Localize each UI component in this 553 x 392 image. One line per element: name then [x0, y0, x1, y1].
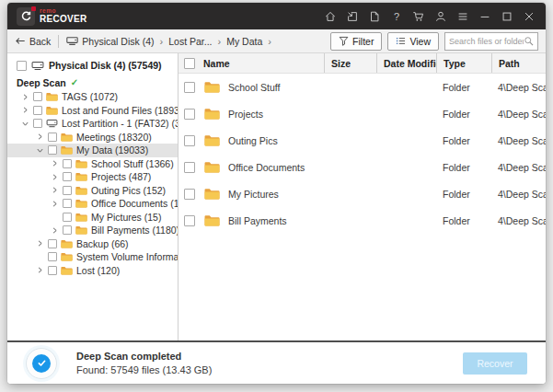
- back-button[interactable]: Back: [15, 36, 51, 47]
- row-checkbox[interactable]: [184, 189, 195, 200]
- recover-button[interactable]: Recover: [463, 352, 527, 375]
- root-checkbox[interactable]: [17, 61, 27, 71]
- tree-item-label: My Pictures (15): [91, 212, 161, 223]
- close-icon[interactable]: [522, 9, 536, 24]
- home-icon[interactable]: [323, 9, 338, 24]
- tree-item-checkbox[interactable]: [63, 199, 72, 208]
- folder-icon: [204, 108, 220, 120]
- chevron-right-icon[interactable]: [20, 106, 29, 115]
- column-header-size[interactable]: Size: [324, 53, 376, 73]
- chevron-right-icon[interactable]: [20, 92, 29, 101]
- drive-icon: [31, 61, 44, 71]
- chevron-right-icon[interactable]: [50, 186, 59, 195]
- deep-scan-label: Deep Scan: [17, 77, 66, 88]
- view-button[interactable]: View: [387, 32, 439, 51]
- file-list-row[interactable]: My PicturesFolder4\Deep Scan\: [179, 180, 546, 207]
- file-list-row[interactable]: ProjectsFolder4\Deep Scan\: [179, 100, 546, 127]
- account-icon[interactable]: [433, 9, 448, 24]
- save-session-icon[interactable]: [367, 9, 382, 24]
- minimize-icon[interactable]: [478, 9, 492, 24]
- select-all-checkbox[interactable]: [184, 58, 195, 69]
- column-header-date-modified[interactable]: Date Modified: [376, 53, 436, 73]
- tree-item-checkbox[interactable]: [63, 159, 72, 168]
- breadcrumb-item[interactable]: Physical Disk (4): [66, 36, 154, 47]
- tree-item-checkbox[interactable]: [33, 92, 42, 101]
- tree-item[interactable]: Lost Partition - 1 (FAT32) (37541): [7, 117, 178, 131]
- tree-item[interactable]: Lost (120): [7, 264, 178, 278]
- row-checkbox[interactable]: [184, 82, 195, 93]
- row-checkbox[interactable]: [184, 162, 195, 173]
- tree-item-checkbox[interactable]: [33, 106, 42, 115]
- file-list-row[interactable]: Bill PaymentsFolder4\Deep Scan\: [179, 207, 546, 234]
- restore-session-icon[interactable]: [345, 9, 360, 24]
- column-header-name[interactable]: Name: [179, 53, 324, 73]
- tree-item-checkbox[interactable]: [33, 119, 42, 128]
- tree-item[interactable]: My Data (19033): [7, 144, 178, 157]
- breadcrumb-item-label: Lost Par...: [168, 36, 212, 47]
- file-list-row[interactable]: School StuffFolder4\Deep Scan\: [179, 74, 546, 100]
- tree-item-checkbox[interactable]: [48, 266, 57, 275]
- scan-tree-panel: Physical Disk (4) (57549) Deep Scan ✓ TA…: [7, 53, 179, 340]
- tree-item-checkbox[interactable]: [48, 239, 57, 248]
- file-name: My Pictures: [228, 189, 279, 200]
- search-icon[interactable]: [524, 36, 534, 46]
- chevron-right-icon[interactable]: [35, 133, 44, 142]
- chevron-right-icon[interactable]: [35, 239, 44, 248]
- tree-item[interactable]: My Pictures (15): [7, 211, 178, 225]
- chevron-down-icon[interactable]: [20, 119, 29, 128]
- titlebar: remo RECOVER ?: [7, 3, 546, 29]
- menu-icon[interactable]: [455, 9, 470, 24]
- chevron-down-icon[interactable]: [35, 145, 44, 155]
- tree-item-checkbox[interactable]: [63, 186, 72, 195]
- folder-icon: [204, 214, 220, 226]
- help-icon[interactable]: ?: [389, 9, 404, 24]
- file-name: Outing Pics: [228, 135, 278, 146]
- chevron-right-icon[interactable]: [50, 172, 59, 181]
- tree-item-checkbox[interactable]: [48, 133, 57, 142]
- tree-item-label: Lost and Found Files (18936): [62, 105, 179, 116]
- tree-item[interactable]: School Stuff (1366): [7, 157, 178, 171]
- row-checkbox[interactable]: [184, 135, 195, 146]
- row-checkbox[interactable]: [184, 215, 195, 226]
- tree-item[interactable]: Lost and Found Files (18936): [7, 104, 178, 118]
- chevron-right-icon[interactable]: [50, 159, 59, 168]
- file-list-row[interactable]: Outing PicsFolder4\Deep Scan\: [179, 127, 546, 154]
- tree-item[interactable]: Office Documents (15833): [7, 197, 178, 211]
- view-list-icon: [396, 36, 406, 46]
- column-header-type[interactable]: Type: [436, 53, 491, 73]
- row-checkbox[interactable]: [184, 109, 195, 120]
- tree-item[interactable]: System Volume Information (2): [7, 250, 178, 264]
- tree-item[interactable]: Backup (66): [7, 237, 178, 251]
- tree-item-label: Lost (120): [76, 265, 120, 276]
- chevron-right-icon[interactable]: [50, 199, 59, 208]
- tree-item-checkbox[interactable]: [63, 213, 72, 222]
- buy-cart-icon[interactable]: [411, 9, 426, 24]
- search-input[interactable]: [449, 37, 524, 46]
- tree-item[interactable]: TAGS (1072): [7, 90, 178, 104]
- maximize-icon[interactable]: [500, 9, 514, 24]
- breadcrumb-item[interactable]: My Data: [226, 36, 262, 47]
- tree-item-checkbox[interactable]: [63, 225, 72, 235]
- scan-complete-badge: [26, 348, 57, 379]
- tree-root-physical-disk[interactable]: Physical Disk (4) (57549): [7, 56, 178, 75]
- tree-item[interactable]: Projects (487): [7, 170, 178, 184]
- tree-item-checkbox[interactable]: [48, 252, 57, 261]
- file-list-rows: School StuffFolder4\Deep Scan\ProjectsFo…: [179, 74, 546, 340]
- column-header-path[interactable]: Path: [491, 53, 546, 73]
- tree-item[interactable]: Outing Pics (152): [7, 184, 178, 198]
- cell-date-modified: [376, 127, 436, 154]
- chevron-right-icon[interactable]: [35, 266, 44, 275]
- breadcrumb-item[interactable]: Lost Par...: [168, 36, 212, 47]
- folder-icon: [75, 186, 87, 195]
- tree-item-label: Backup (66): [76, 238, 129, 249]
- file-list-row[interactable]: Office DocumentsFolder4\Deep Scan\: [179, 154, 546, 180]
- tree-item-checkbox[interactable]: [63, 172, 72, 181]
- filter-button[interactable]: Filter: [330, 32, 382, 51]
- expander-spacer: [35, 252, 44, 261]
- tree-item[interactable]: Meetings (18320): [7, 131, 178, 144]
- tree-item-checkbox[interactable]: [48, 145, 57, 155]
- filter-icon: [339, 36, 349, 46]
- check-circle-icon: [32, 354, 51, 373]
- chevron-right-icon[interactable]: [50, 225, 59, 235]
- tree-item[interactable]: Bill Payments (1180): [7, 224, 178, 237]
